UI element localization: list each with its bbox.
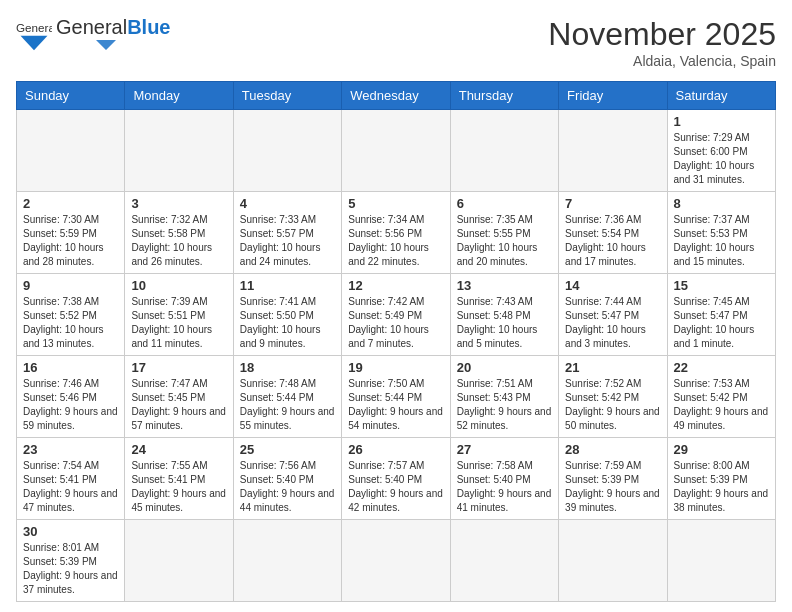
day-info: Sunrise: 7:32 AM Sunset: 5:58 PM Dayligh… [131,213,226,269]
day-number: 5 [348,196,443,211]
calendar-day-cell: 14Sunrise: 7:44 AM Sunset: 5:47 PM Dayli… [559,274,667,356]
calendar-week-row: 9Sunrise: 7:38 AM Sunset: 5:52 PM Daylig… [17,274,776,356]
day-number: 20 [457,360,552,375]
calendar-day-cell: 3Sunrise: 7:32 AM Sunset: 5:58 PM Daylig… [125,192,233,274]
day-number: 6 [457,196,552,211]
day-info: Sunrise: 7:36 AM Sunset: 5:54 PM Dayligh… [565,213,660,269]
day-info: Sunrise: 7:51 AM Sunset: 5:43 PM Dayligh… [457,377,552,433]
day-info: Sunrise: 7:42 AM Sunset: 5:49 PM Dayligh… [348,295,443,351]
day-number: 9 [23,278,118,293]
calendar-day-cell [233,520,341,602]
calendar-week-row: 2Sunrise: 7:30 AM Sunset: 5:59 PM Daylig… [17,192,776,274]
calendar-day-cell: 26Sunrise: 7:57 AM Sunset: 5:40 PM Dayli… [342,438,450,520]
day-of-week-header: Friday [559,82,667,110]
calendar-day-cell: 22Sunrise: 7:53 AM Sunset: 5:42 PM Dayli… [667,356,775,438]
day-info: Sunrise: 7:41 AM Sunset: 5:50 PM Dayligh… [240,295,335,351]
calendar-day-cell: 12Sunrise: 7:42 AM Sunset: 5:49 PM Dayli… [342,274,450,356]
day-number: 17 [131,360,226,375]
day-number: 15 [674,278,769,293]
logo-general-text: GeneralBlue [56,16,171,38]
day-number: 10 [131,278,226,293]
calendar-day-cell: 11Sunrise: 7:41 AM Sunset: 5:50 PM Dayli… [233,274,341,356]
calendar-day-cell: 16Sunrise: 7:46 AM Sunset: 5:46 PM Dayli… [17,356,125,438]
calendar-day-cell: 20Sunrise: 7:51 AM Sunset: 5:43 PM Dayli… [450,356,558,438]
day-info: Sunrise: 7:53 AM Sunset: 5:42 PM Dayligh… [674,377,769,433]
calendar-week-row: 16Sunrise: 7:46 AM Sunset: 5:46 PM Dayli… [17,356,776,438]
calendar-day-cell: 29Sunrise: 8:00 AM Sunset: 5:39 PM Dayli… [667,438,775,520]
calendar-day-cell: 30Sunrise: 8:01 AM Sunset: 5:39 PM Dayli… [17,520,125,602]
logo: General GeneralBlue [16,16,171,52]
day-info: Sunrise: 7:58 AM Sunset: 5:40 PM Dayligh… [457,459,552,515]
day-info: Sunrise: 7:50 AM Sunset: 5:44 PM Dayligh… [348,377,443,433]
svg-marker-1 [21,36,48,50]
calendar-day-cell: 2Sunrise: 7:30 AM Sunset: 5:59 PM Daylig… [17,192,125,274]
calendar-day-cell: 23Sunrise: 7:54 AM Sunset: 5:41 PM Dayli… [17,438,125,520]
day-number: 4 [240,196,335,211]
calendar-day-cell: 25Sunrise: 7:56 AM Sunset: 5:40 PM Dayli… [233,438,341,520]
day-info: Sunrise: 7:45 AM Sunset: 5:47 PM Dayligh… [674,295,769,351]
day-info: Sunrise: 7:57 AM Sunset: 5:40 PM Dayligh… [348,459,443,515]
calendar-day-cell [17,110,125,192]
day-info: Sunrise: 7:29 AM Sunset: 6:00 PM Dayligh… [674,131,769,187]
day-info: Sunrise: 7:56 AM Sunset: 5:40 PM Dayligh… [240,459,335,515]
day-number: 7 [565,196,660,211]
day-number: 28 [565,442,660,457]
day-number: 30 [23,524,118,539]
day-number: 27 [457,442,552,457]
day-number: 18 [240,360,335,375]
day-of-week-header: Thursday [450,82,558,110]
day-of-week-header: Tuesday [233,82,341,110]
calendar-day-cell [450,110,558,192]
svg-marker-2 [56,40,116,50]
day-number: 14 [565,278,660,293]
day-of-week-header: Sunday [17,82,125,110]
day-of-week-header: Monday [125,82,233,110]
day-info: Sunrise: 7:34 AM Sunset: 5:56 PM Dayligh… [348,213,443,269]
day-number: 13 [457,278,552,293]
day-info: Sunrise: 7:52 AM Sunset: 5:42 PM Dayligh… [565,377,660,433]
day-number: 29 [674,442,769,457]
svg-text:General: General [16,21,52,34]
month-title: November 2025 [548,16,776,53]
day-info: Sunrise: 8:00 AM Sunset: 5:39 PM Dayligh… [674,459,769,515]
day-number: 26 [348,442,443,457]
day-info: Sunrise: 7:48 AM Sunset: 5:44 PM Dayligh… [240,377,335,433]
page-header: General GeneralBlue November 2025 Aldaia… [16,16,776,69]
calendar-week-row: 30Sunrise: 8:01 AM Sunset: 5:39 PM Dayli… [17,520,776,602]
day-number: 11 [240,278,335,293]
day-number: 3 [131,196,226,211]
location-subtitle: Aldaia, Valencia, Spain [548,53,776,69]
calendar-day-cell [559,110,667,192]
calendar-day-cell [342,520,450,602]
calendar-day-cell: 1Sunrise: 7:29 AM Sunset: 6:00 PM Daylig… [667,110,775,192]
calendar-day-cell [450,520,558,602]
calendar-day-cell: 28Sunrise: 7:59 AM Sunset: 5:39 PM Dayli… [559,438,667,520]
calendar-day-cell [125,520,233,602]
day-info: Sunrise: 7:54 AM Sunset: 5:41 PM Dayligh… [23,459,118,515]
day-number: 1 [674,114,769,129]
calendar-day-cell: 4Sunrise: 7:33 AM Sunset: 5:57 PM Daylig… [233,192,341,274]
generalblue-logo-icon: General [16,16,52,52]
calendar-day-cell: 19Sunrise: 7:50 AM Sunset: 5:44 PM Dayli… [342,356,450,438]
day-number: 23 [23,442,118,457]
calendar-day-cell [559,520,667,602]
day-number: 8 [674,196,769,211]
day-number: 24 [131,442,226,457]
day-number: 22 [674,360,769,375]
calendar-day-cell [342,110,450,192]
calendar-day-cell: 17Sunrise: 7:47 AM Sunset: 5:45 PM Dayli… [125,356,233,438]
calendar-day-cell: 5Sunrise: 7:34 AM Sunset: 5:56 PM Daylig… [342,192,450,274]
day-info: Sunrise: 7:43 AM Sunset: 5:48 PM Dayligh… [457,295,552,351]
calendar-day-cell: 10Sunrise: 7:39 AM Sunset: 5:51 PM Dayli… [125,274,233,356]
day-info: Sunrise: 8:01 AM Sunset: 5:39 PM Dayligh… [23,541,118,597]
calendar-day-cell: 21Sunrise: 7:52 AM Sunset: 5:42 PM Dayli… [559,356,667,438]
day-of-week-header: Wednesday [342,82,450,110]
day-number: 25 [240,442,335,457]
day-info: Sunrise: 7:39 AM Sunset: 5:51 PM Dayligh… [131,295,226,351]
day-info: Sunrise: 7:35 AM Sunset: 5:55 PM Dayligh… [457,213,552,269]
day-number: 21 [565,360,660,375]
logo-underline-graphic [56,38,116,52]
calendar-day-cell: 8Sunrise: 7:37 AM Sunset: 5:53 PM Daylig… [667,192,775,274]
title-block: November 2025 Aldaia, Valencia, Spain [548,16,776,69]
calendar-day-cell: 24Sunrise: 7:55 AM Sunset: 5:41 PM Dayli… [125,438,233,520]
